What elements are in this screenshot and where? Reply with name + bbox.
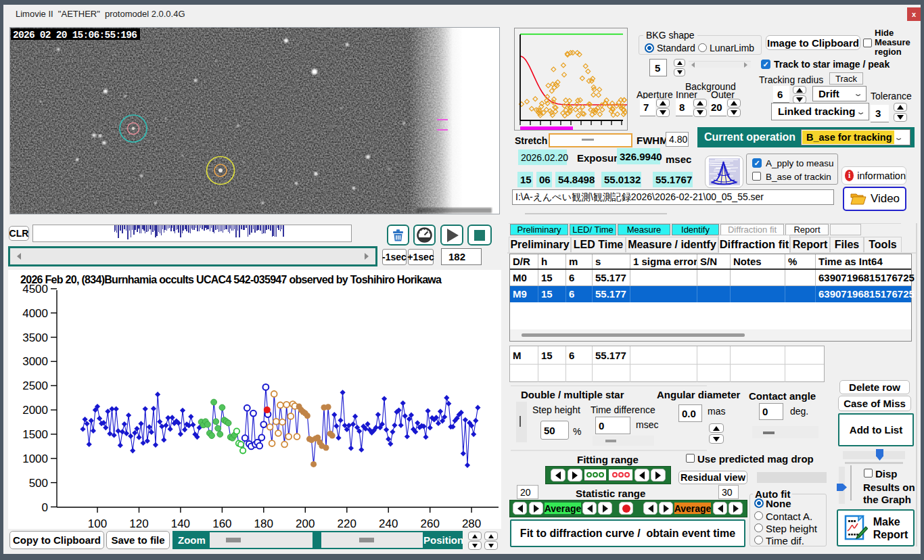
svg-text:1500: 1500 <box>22 428 48 441</box>
svg-text:240: 240 <box>379 517 398 530</box>
svg-text:180: 180 <box>254 517 273 530</box>
svg-text:2500: 2500 <box>22 379 48 392</box>
svg-text:2026 Feb 20, (834)Burnhamia oc: 2026 Feb 20, (834)Burnhamia occults UCAC… <box>20 274 442 285</box>
svg-text:500: 500 <box>29 477 48 490</box>
svg-text:280: 280 <box>462 517 481 530</box>
svg-text:3000: 3000 <box>22 355 48 368</box>
svg-text:260: 260 <box>421 517 440 530</box>
svg-text:3500: 3500 <box>22 331 48 344</box>
svg-text:220: 220 <box>338 517 356 530</box>
svg-text:4500: 4500 <box>22 283 48 296</box>
svg-text:4000: 4000 <box>22 307 48 320</box>
svg-text:100: 100 <box>88 517 107 530</box>
svg-text:120: 120 <box>129 517 148 530</box>
svg-text:2000: 2000 <box>22 404 48 417</box>
svg-text:160: 160 <box>212 517 231 530</box>
svg-text:0: 0 <box>42 501 48 514</box>
svg-text:140: 140 <box>171 517 190 530</box>
svg-text:200: 200 <box>296 517 315 530</box>
svg-text:1000: 1000 <box>22 452 48 465</box>
